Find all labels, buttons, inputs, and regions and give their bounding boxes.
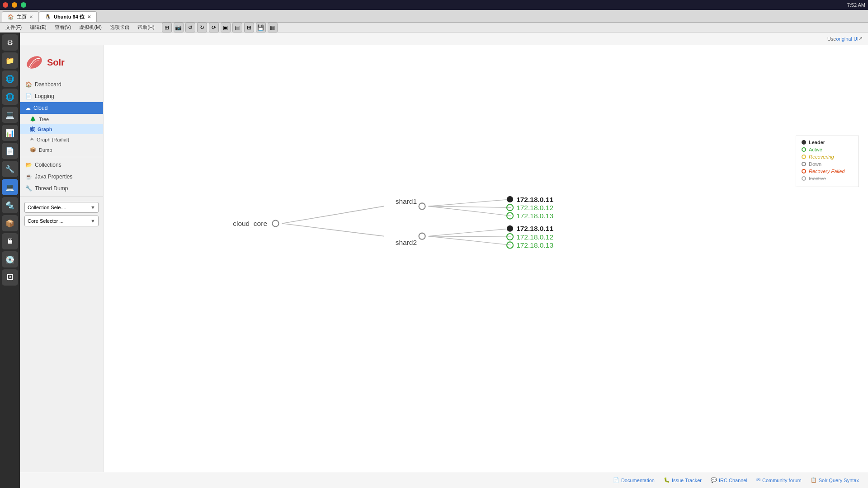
toolbar-btn-1[interactable]: ⊞ [162,23,172,33]
cloud-icon: ☁ [25,105,31,111]
legend-dot-inactive [802,176,806,181]
menu-vm[interactable]: 虚拟机(M) [75,23,105,32]
os-icon-spreadsheet[interactable]: 📊 [2,125,18,141]
sidebar-nav-java-properties[interactable]: ☕ Java Properties [20,171,103,183]
os-icon-display[interactable]: 🖥 [2,233,18,249]
sidebar-nav-collections[interactable]: 📂 Collections [20,159,103,171]
toolbar-btn-2[interactable]: 📷 [174,23,184,33]
sidebar-sub-tree[interactable]: 🌲 Tree [20,114,103,124]
core-selector[interactable]: Core Selector ... ▼ [24,216,99,226]
sidebar-dropdowns: Collection Sele.... ▼ Core Selector ... … [20,198,103,233]
os-sidebar: ⚙ 📁 🌐 🌐 💻 📊 📄 🔧 💻 🔩 📦 🖥 💽 🖼 [0,33,20,488]
os-icon-disk[interactable]: 💽 [2,251,18,267]
collection-selector-label: Collection Sele.... [28,205,66,210]
logging-icon: 📄 [25,93,32,99]
toolbar-btn-5[interactable]: ▣ [221,23,231,33]
tab-ubuntu-label: Ubuntu 64 位 [54,14,85,20]
toolbar-btn-refresh[interactable]: ↺ [185,23,195,33]
svg-point-10 [419,203,425,209]
footer-irc-channel[interactable]: 💬 IRC Channel [711,477,747,483]
sidebar-sub-dump[interactable]: 📦 Dump [20,145,103,155]
solr-footer: 📄 Documentation 🐛 Issue Tracker 💬 IRC Ch… [20,472,868,488]
sidebar-sub-graph-radial[interactable]: ✳ Graph (Radial) [20,134,103,145]
shard2-ip3: 172.18.0.13 [516,241,553,249]
svg-point-9 [272,220,278,226]
toolbar-btn-7[interactable]: ⊞ [244,23,254,33]
toolbar-btn-3[interactable]: ↻ [197,23,207,33]
os-icon-files[interactable]: 📁 [2,52,18,69]
original-ui-arrow: ↗ [859,36,863,42]
collection-selector[interactable]: Collection Sele.... ▼ [24,202,99,213]
legend-dot-leader [802,140,806,145]
menu-help[interactable]: 帮助(H) [134,23,158,32]
legend-active: Active [802,147,853,152]
os-topbar: 7:52 AM [0,0,868,10]
tab-ubuntu[interactable]: 🐧 Ubuntu 64 位 ✕ [39,11,97,22]
svg-point-15 [507,225,513,232]
query-syntax-icon: 📋 [811,477,817,483]
sidebar-nav-logging[interactable]: 📄 Logging [20,90,103,102]
original-ui-link[interactable]: original UI [836,36,859,42]
toolbar-btn-9[interactable]: ▦ [268,23,278,33]
os-icon-bottom[interactable]: 🖼 [2,269,18,286]
query-syntax-label: Solr Query Syntax [819,478,859,483]
menu-bar: 文件(F) 编辑(E) 查看(V) 虚拟机(M) 选项卡(I) 帮助(H) ⊞ … [0,23,868,33]
svg-line-3 [429,199,511,206]
os-icon-settings2[interactable]: 🔩 [2,197,18,213]
footer-community-forum[interactable]: ✉ Community forum [756,477,802,483]
thread-label: Thread Dump [35,185,68,192]
os-icon-tools[interactable]: 🔧 [2,161,18,177]
cloud-core-label: cloud_core [233,220,267,227]
os-icon-install[interactable]: 📦 [2,215,18,231]
os-btn-maximize[interactable] [21,2,26,8]
legend-label-inactive: Inactive [809,176,826,181]
svg-line-2 [282,223,384,236]
browser-content: ⚙ 📁 🌐 🌐 💻 📊 📄 🔧 💻 🔩 📦 🖥 💽 🖼 Use original… [0,33,868,488]
thread-icon: 🔧 [25,185,32,192]
tab-home-close[interactable]: ✕ [29,14,33,19]
os-icon-doc[interactable]: 📄 [2,143,18,159]
legend-label-recovering: Recovering [809,154,834,160]
os-icon-network[interactable]: 🌐 [2,89,18,105]
graph-icon: 🕸 [30,127,35,132]
svg-line-8 [429,236,511,245]
toolbar-btn-8[interactable]: 💾 [256,23,266,33]
os-btn-close[interactable] [3,2,8,8]
community-label: Community forum [762,478,802,483]
solr-app: Use original UI ↗ Solr [20,33,868,488]
footer-issue-tracker[interactable]: 🐛 Issue Tracker [664,477,702,483]
os-icon-terminal[interactable]: 💻 [2,107,18,123]
footer-solr-query-syntax[interactable]: 📋 Solr Query Syntax [811,477,859,483]
footer-documentation[interactable]: 📄 Documentation [613,477,655,483]
os-icon-settings[interactable]: ⚙ [2,34,18,51]
legend-dot-down [802,162,806,166]
os-icon-active[interactable]: 💻 [2,179,18,195]
os-topbar-right: 7:52 AM [847,2,865,8]
toolbar-btn-4[interactable]: ⟳ [209,23,219,33]
menu-file[interactable]: 文件(F) [2,23,25,32]
dashboard-label: Dashboard [35,81,61,88]
shard2-ip1: 172.18.0.11 [516,225,553,232]
legend-label-active: Active [809,147,822,152]
sidebar-sub-graph[interactable]: 🕸 Graph [20,124,103,134]
os-icon-browser[interactable]: 🌐 [2,70,18,87]
sidebar-nav-dashboard[interactable]: 🏠 Dashboard [20,79,103,90]
legend-inactive: Inactive [802,176,853,181]
sidebar-nav-thread-dump[interactable]: 🔧 Thread Dump [20,183,103,194]
shard1-label: shard1 [396,197,417,205]
menu-view[interactable]: 查看(V) [51,23,75,32]
tab-ubuntu-close[interactable]: ✕ [87,14,91,19]
toolbar-btn-6[interactable]: ▤ [232,23,242,33]
legend-recovering: Recovering [802,154,853,160]
graph-label: Graph [38,127,52,132]
browser-window: 🏠 主页 ✕ 🐧 Ubuntu 64 位 ✕ 文件(F) 编辑(E) 查看(V)… [0,10,868,488]
dashboard-icon: 🏠 [25,81,32,88]
os-btn-minimize[interactable] [12,2,17,8]
tab-home[interactable]: 🏠 主页 ✕ [2,11,39,22]
tree-label: Tree [39,117,49,122]
menu-tab[interactable]: 选项卡(I) [106,23,133,32]
dump-icon: 📦 [30,147,36,153]
tab-home-icon: 🏠 [8,14,14,20]
menu-edit[interactable]: 编辑(E) [26,23,50,32]
sidebar-nav-cloud[interactable]: ☁ Cloud [20,102,103,114]
